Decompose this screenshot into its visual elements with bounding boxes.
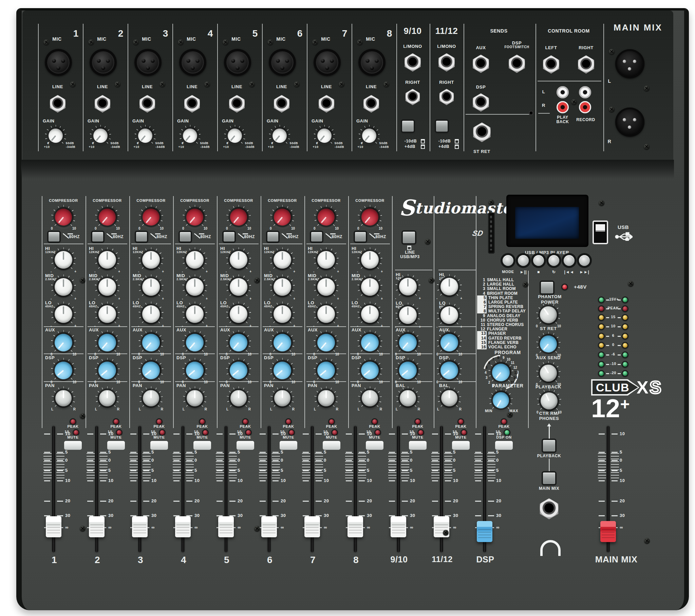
eq-lo-knob[interactable]: -+ (226, 302, 251, 327)
pan-knob[interactable]: LR (139, 386, 163, 410)
compressor-knob[interactable]: 010 (226, 205, 251, 229)
player-button-2[interactable] (533, 255, 544, 266)
player-button-1[interactable] (518, 255, 529, 266)
eq-mid-knob[interactable]: -+ (95, 274, 120, 300)
compressor-knob[interactable]: 010 (95, 205, 119, 229)
compressor-knob[interactable]: 010 (139, 205, 163, 229)
eq-hi-knob[interactable]: -+ (313, 247, 339, 272)
aux-knob[interactable]: 010 (226, 330, 251, 355)
compressor-knob[interactable]: 010 (51, 205, 76, 229)
st-ret-knob[interactable]: 010 (536, 303, 561, 327)
line-usb-mp3-button[interactable] (403, 232, 415, 243)
fader-cap[interactable] (391, 516, 406, 537)
mute-button[interactable] (279, 441, 297, 450)
bal-knob[interactable]: LR (396, 386, 420, 410)
dsp-on-button[interactable] (495, 441, 513, 450)
eq-mid-knob[interactable]: -+ (226, 274, 251, 300)
eq-mid-knob[interactable]: -+ (357, 274, 383, 300)
eq-hi-knob[interactable]: -+ (270, 247, 295, 272)
ctr-rm-phones-knob[interactable]: 010 (537, 389, 561, 413)
dsp-knob[interactable]: 010 (270, 358, 295, 383)
pan-knob[interactable]: LR (227, 386, 251, 410)
bal-knob[interactable]: LR (437, 386, 461, 410)
hpf-80hz-button[interactable] (49, 232, 60, 241)
eq-hi-knob[interactable]: -+ (226, 247, 251, 272)
fader-cap[interactable] (600, 521, 616, 542)
main-mix-select-button[interactable] (543, 473, 555, 484)
program-knob[interactable] (488, 360, 513, 385)
eq-lo-knob[interactable]: -+ (95, 302, 120, 327)
hpf-80hz-button[interactable] (136, 232, 147, 241)
hpf-80hz-button[interactable] (180, 232, 191, 241)
aux-knob[interactable]: 010 (313, 330, 339, 355)
aux-knob[interactable]: 010 (270, 330, 295, 355)
eq-hi-knob[interactable]: -+ (182, 247, 207, 272)
hpf-80hz-button[interactable] (224, 232, 235, 241)
aux-knob[interactable]: 010 (95, 330, 120, 355)
pan-knob[interactable]: LR (358, 386, 382, 410)
eq-lo-knob[interactable]: -+ (437, 303, 462, 328)
mute-button[interactable] (366, 441, 384, 450)
dsp-knob[interactable]: 010 (437, 358, 462, 383)
hpf-80hz-button[interactable] (267, 232, 278, 241)
fader-cap[interactable] (89, 516, 104, 537)
mute-button[interactable] (237, 441, 254, 450)
dsp-knob[interactable]: 010 (95, 358, 120, 383)
eq-lo-knob[interactable]: -+ (270, 302, 295, 327)
dsp-knob[interactable]: 010 (226, 358, 251, 383)
eq-mid-knob[interactable]: -+ (182, 274, 207, 300)
player-button-4[interactable] (564, 255, 575, 266)
fader-cap[interactable] (261, 516, 277, 537)
eq-lo-knob[interactable]: -+ (313, 302, 339, 327)
pan-knob[interactable]: LR (270, 386, 294, 410)
eq-mid-knob[interactable]: -+ (138, 274, 164, 300)
aux-send-knob[interactable]: 010 (536, 332, 561, 356)
eq-lo-knob[interactable]: -+ (138, 302, 164, 327)
compressor-knob[interactable]: 010 (183, 205, 207, 229)
hpf-80hz-button[interactable] (92, 232, 103, 241)
dsp-knob[interactable]: 010 (138, 358, 164, 383)
player-button-0[interactable] (503, 255, 513, 266)
level-pad-button[interactable] (436, 121, 447, 132)
eq-lo-knob[interactable]: -+ (51, 302, 76, 327)
dsp-knob[interactable]: 010 (182, 358, 207, 383)
playback-knob[interactable]: 010 (536, 361, 561, 385)
dsp-knob[interactable]: 010 (313, 358, 339, 383)
eq-hi-knob[interactable]: -+ (395, 274, 421, 299)
hpf-80hz-button[interactable] (355, 232, 366, 241)
eq-mid-knob[interactable]: -+ (51, 274, 76, 300)
aux-knob[interactable]: 010 (437, 330, 462, 355)
mute-button[interactable] (107, 441, 125, 450)
fader-cap[interactable] (175, 516, 191, 537)
playback-select-button[interactable] (543, 440, 555, 451)
hpf-80hz-button[interactable] (311, 232, 322, 241)
fader-cap[interactable] (46, 516, 62, 537)
fader-cap[interactable] (304, 516, 320, 537)
eq-hi-knob[interactable]: -+ (357, 247, 383, 272)
player-button-3[interactable] (548, 255, 559, 266)
dsp-knob[interactable]: 010 (395, 358, 421, 383)
fader-cap[interactable] (218, 516, 234, 537)
eq-hi-knob[interactable]: -+ (51, 247, 76, 272)
mute-button[interactable] (452, 441, 470, 450)
mute-button[interactable] (409, 441, 427, 450)
mute-button[interactable] (64, 441, 82, 450)
compressor-knob[interactable]: 010 (358, 205, 382, 229)
dsp-knob[interactable]: 010 (357, 358, 383, 383)
aux-knob[interactable]: 010 (51, 330, 76, 355)
compressor-knob[interactable]: 010 (270, 205, 294, 229)
compressor-knob[interactable]: 010 (314, 205, 338, 229)
level-pad-button[interactable] (402, 121, 414, 132)
aux-knob[interactable]: 010 (138, 330, 164, 355)
eq-mid-knob[interactable]: -+ (270, 274, 295, 300)
eq-lo-knob[interactable]: -+ (182, 302, 207, 327)
mute-button[interactable] (150, 441, 168, 450)
mute-button[interactable] (193, 441, 211, 450)
eq-mid-knob[interactable]: -+ (313, 274, 339, 300)
fader-cap[interactable] (348, 516, 363, 537)
aux-knob[interactable]: 010 (395, 330, 421, 355)
eq-lo-knob[interactable]: -+ (357, 302, 383, 327)
fader-cap[interactable] (477, 521, 492, 542)
mute-button[interactable] (323, 441, 340, 450)
pan-knob[interactable]: LR (183, 386, 207, 410)
